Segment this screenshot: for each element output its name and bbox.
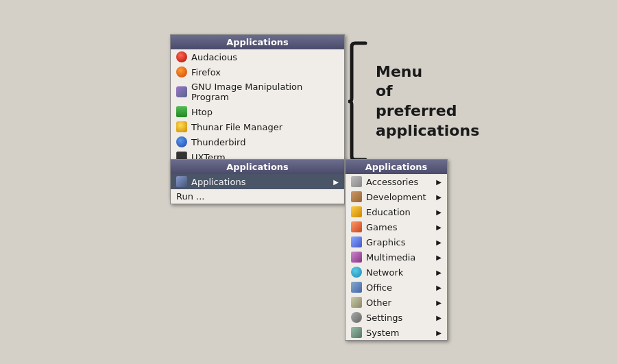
settings-icon — [351, 312, 362, 323]
menu-item-audacious[interactable]: Audacious — [171, 49, 344, 64]
bracket-icon — [348, 40, 369, 163]
menu-item-development[interactable]: Development ▶ — [346, 189, 447, 204]
apps-categories-menu: Applications Accessories ▶ Development ▶… — [345, 159, 448, 341]
other-icon — [351, 297, 362, 308]
thunderbird-label: Thunderbird — [191, 137, 246, 147]
apps-menu-secondary: Applications Applications ▶ Run ... — [170, 159, 345, 204]
settings-arrow: ▶ — [436, 314, 441, 321]
network-arrow: ▶ — [436, 269, 441, 276]
firefox-icon — [176, 66, 187, 77]
thunderbird-icon — [176, 136, 187, 147]
menu-item-multimedia[interactable]: Multimedia ▶ — [346, 250, 447, 265]
menu-item-system[interactable]: System ▶ — [346, 325, 447, 340]
menu-secondary-apps-icon — [176, 176, 187, 187]
office-arrow: ▶ — [436, 284, 441, 291]
htop-icon — [176, 106, 187, 117]
games-arrow: ▶ — [436, 223, 441, 231]
menu-secondary-applications[interactable]: Applications ▶ — [171, 174, 344, 189]
gimp-icon — [176, 86, 187, 97]
education-icon — [351, 206, 362, 217]
audacious-label: Audacious — [191, 52, 237, 62]
menu-secondary-apps-arrow: ▶ — [333, 178, 339, 186]
menu-item-office[interactable]: Office ▶ — [346, 280, 447, 295]
accessories-arrow: ▶ — [436, 178, 441, 186]
menu-item-network[interactable]: Network ▶ — [346, 265, 447, 280]
menu-primary-title: Applications — [226, 37, 289, 47]
annotation-text: Menuofpreferredapplications — [376, 62, 479, 141]
games-icon — [351, 221, 362, 232]
menu-secondary-title: Applications — [226, 162, 289, 172]
thunar-label: Thunar File Manager — [191, 122, 282, 132]
menu-item-other[interactable]: Other ▶ — [346, 295, 447, 310]
graphics-icon — [351, 236, 362, 247]
menu-item-htop[interactable]: Htop — [171, 104, 344, 119]
graphics-arrow: ▶ — [436, 239, 441, 246]
system-label: System — [366, 328, 399, 338]
network-label: Network — [366, 267, 403, 278]
development-label: Development — [366, 192, 426, 202]
multimedia-arrow: ▶ — [436, 254, 441, 261]
audacious-icon — [176, 51, 187, 62]
multimedia-icon — [351, 252, 362, 263]
annotation-group: Menuofpreferredapplications — [348, 40, 479, 163]
menu-item-gimp[interactable]: GNU Image Manipulation Program — [171, 80, 344, 104]
menu-tertiary-header: Applications — [346, 160, 447, 174]
education-arrow: ▶ — [436, 208, 441, 216]
firefox-label: Firefox — [191, 67, 221, 77]
gimp-label: GNU Image Manipulation Program — [191, 82, 339, 102]
system-arrow: ▶ — [436, 329, 441, 337]
menu-tertiary-title: Applications — [365, 162, 428, 172]
accessories-icon — [351, 176, 362, 187]
settings-label: Settings — [366, 313, 402, 323]
menu-item-settings[interactable]: Settings ▶ — [346, 310, 447, 325]
other-arrow: ▶ — [436, 299, 441, 306]
system-icon — [351, 327, 362, 338]
menu-secondary-header: Applications — [171, 160, 344, 174]
thunar-icon — [176, 121, 187, 132]
games-label: Games — [366, 222, 397, 232]
menu-item-thunar[interactable]: Thunar File Manager — [171, 119, 344, 134]
menu-item-graphics[interactable]: Graphics ▶ — [346, 234, 447, 250]
menu-item-firefox[interactable]: Firefox — [171, 64, 344, 80]
office-label: Office — [366, 282, 392, 293]
menu-secondary-run[interactable]: Run ... — [171, 189, 344, 204]
menu-item-thunderbird[interactable]: Thunderbird — [171, 134, 344, 149]
htop-label: Htop — [191, 107, 213, 117]
network-icon — [351, 267, 362, 278]
accessories-label: Accessories — [366, 177, 418, 187]
education-label: Education — [366, 207, 411, 217]
graphics-label: Graphics — [366, 237, 405, 247]
other-label: Other — [366, 298, 391, 308]
office-icon — [351, 282, 362, 293]
development-arrow: ▶ — [436, 193, 441, 201]
menu-secondary-apps-label: Applications — [191, 177, 245, 187]
menu-item-accessories[interactable]: Accessories ▶ — [346, 174, 447, 189]
menu-secondary-run-label: Run ... — [176, 191, 204, 202]
development-icon — [351, 191, 362, 202]
menu-item-education[interactable]: Education ▶ — [346, 204, 447, 219]
multimedia-label: Multimedia — [366, 252, 415, 263]
menu-primary-header: Applications — [171, 35, 344, 49]
menu-item-games[interactable]: Games ▶ — [346, 219, 447, 234]
